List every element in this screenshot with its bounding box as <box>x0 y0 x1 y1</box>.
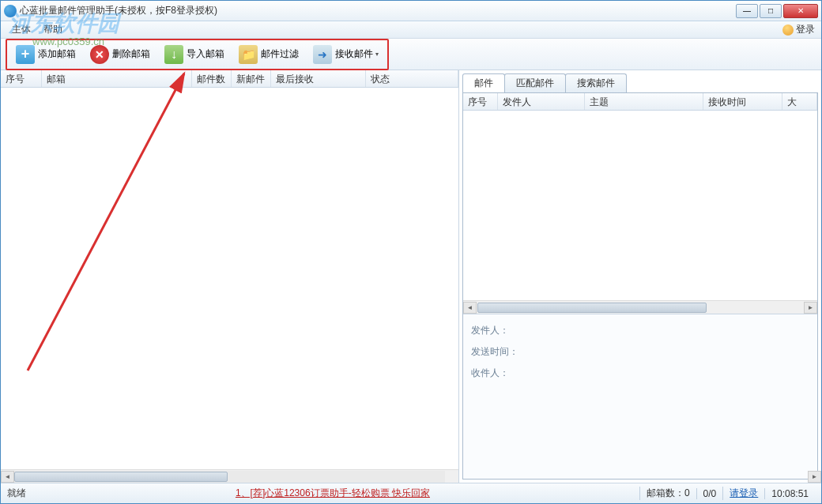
scroll-right-icon[interactable]: ► <box>804 302 817 314</box>
mcol-size[interactable]: 大 <box>782 93 817 110</box>
scroll-left-icon[interactable]: ◄ <box>1 471 14 483</box>
titlebar: 心蓝批量邮件管理助手(未授权，按F8登录授权) — □ ✕ <box>1 1 821 21</box>
scroll-thumb[interactable] <box>477 303 707 313</box>
maximize-button[interactable]: □ <box>760 4 782 18</box>
promo-link[interactable]: 1、[荐]心蓝12306订票助手-轻松购票 快乐回家 <box>236 487 430 498</box>
detail-recipient: 收件人： <box>471 367 809 380</box>
receive-label: 接收邮件 <box>335 47 373 61</box>
menubar: 主体 帮助 登录 <box>1 21 821 39</box>
mailbox-panel: 序号 邮箱 邮件数 新邮件 最后接收 状态 ◄ ► <box>1 70 459 483</box>
add-mailbox-button[interactable]: 添加邮箱 <box>9 43 82 66</box>
menu-help[interactable]: 帮助 <box>37 21 69 38</box>
tab-search[interactable]: 搜索邮件 <box>565 73 627 92</box>
tab-match[interactable]: 匹配邮件 <box>504 73 566 92</box>
filter-mail-button[interactable]: 邮件过滤 <box>232 43 305 66</box>
mail-grid-header: 序号 发件人 主题 接收时间 大 <box>463 93 817 111</box>
receive-mail-button[interactable]: 接收邮件 ▾ <box>307 43 385 66</box>
status-promo: 1、[荐]心蓝12306订票助手-轻松购票 快乐回家 <box>26 487 639 500</box>
close-button[interactable]: ✕ <box>783 4 818 18</box>
tab-mail[interactable]: 邮件 <box>462 73 505 92</box>
receive-icon <box>313 45 332 64</box>
window-title: 心蓝批量邮件管理助手(未授权，按F8登录授权) <box>20 4 736 17</box>
col-count[interactable]: 邮件数 <box>192 70 232 87</box>
detail-sender: 发件人： <box>471 324 809 337</box>
col-status[interactable]: 状态 <box>366 70 458 87</box>
mail-panel: 邮件 匹配邮件 搜索邮件 序号 发件人 主题 接收时间 大 ◄ ► <box>459 70 821 483</box>
scroll-right-icon[interactable]: ► <box>808 471 821 483</box>
status-mailbox-count: 邮箱数：0 <box>639 487 696 500</box>
mail-tabs: 邮件 匹配邮件 搜索邮件 <box>462 73 818 92</box>
menu-file[interactable]: 主体 <box>6 21 37 38</box>
app-icon <box>4 5 17 17</box>
login-label: 登录 <box>796 23 815 36</box>
login-button[interactable]: 登录 <box>782 23 815 36</box>
mcol-time[interactable]: 接收时间 <box>703 93 782 110</box>
mail-grid-body[interactable] <box>463 111 817 300</box>
col-last[interactable]: 最后接收 <box>271 70 366 87</box>
scroll-thumb[interactable] <box>14 472 228 482</box>
mail-detail: 发件人： 发送时间： 收件人： <box>463 314 817 479</box>
chevron-down-icon: ▾ <box>375 51 379 58</box>
window-controls: — □ ✕ <box>736 4 818 18</box>
col-new[interactable]: 新邮件 <box>232 70 271 87</box>
mail-tab-content: 序号 发件人 主题 接收时间 大 ◄ ► 发件人： 发送时间： 收件人： <box>462 92 818 480</box>
status-login-link[interactable]: 请登录 <box>730 487 758 498</box>
col-mailbox[interactable]: 邮箱 <box>42 70 192 87</box>
status-right: 邮箱数：0 0/0 请登录 10:08:51 <box>639 487 815 500</box>
col-seq[interactable]: 序号 <box>1 70 42 87</box>
delete-icon <box>90 45 109 64</box>
add-icon <box>16 45 35 64</box>
filter-label: 邮件过滤 <box>261 47 299 61</box>
delete-mailbox-button[interactable]: 删除邮箱 <box>84 43 156 66</box>
status-ratio: 0/0 <box>696 488 723 499</box>
statusbar: 就绪 1、[荐]心蓝12306订票助手-轻松购票 快乐回家 邮箱数：0 0/0 … <box>1 483 821 503</box>
mailbox-grid-header: 序号 邮箱 邮件数 新邮件 最后接收 状态 <box>1 70 458 88</box>
mailbox-hscrollbar[interactable]: ◄ ► <box>1 469 458 483</box>
mcol-sender[interactable]: 发件人 <box>498 93 585 110</box>
delete-label: 删除邮箱 <box>112 47 150 61</box>
detail-sendtime: 发送时间： <box>471 345 809 359</box>
filter-icon <box>239 45 258 64</box>
scroll-left-icon[interactable]: ◄ <box>463 302 477 314</box>
mcol-subject[interactable]: 主题 <box>585 93 703 110</box>
status-ready: 就绪 <box>7 487 26 500</box>
content-area: 序号 邮箱 邮件数 新邮件 最后接收 状态 ◄ ► 邮件 匹配邮件 搜索邮件 <box>1 70 821 483</box>
user-icon <box>782 24 794 36</box>
add-label: 添加邮箱 <box>38 47 76 61</box>
app-window: 心蓝批量邮件管理助手(未授权，按F8登录授权) — □ ✕ 主体 帮助 登录 河… <box>0 0 822 504</box>
toolbar: 添加邮箱 删除邮箱 导入邮箱 邮件过滤 接收邮件 ▾ <box>1 39 821 70</box>
import-mailbox-button[interactable]: 导入邮箱 <box>158 43 231 66</box>
import-label: 导入邮箱 <box>187 47 224 61</box>
status-time: 10:08:51 <box>764 488 815 499</box>
mcol-seq[interactable]: 序号 <box>463 93 498 110</box>
mail-hscrollbar[interactable]: ◄ ► <box>463 300 817 314</box>
import-icon <box>164 45 183 64</box>
toolbar-highlight: 添加邮箱 删除邮箱 导入邮箱 邮件过滤 接收邮件 ▾ <box>6 39 389 70</box>
mailbox-grid-body[interactable] <box>1 88 458 469</box>
minimize-button[interactable]: — <box>736 4 758 18</box>
